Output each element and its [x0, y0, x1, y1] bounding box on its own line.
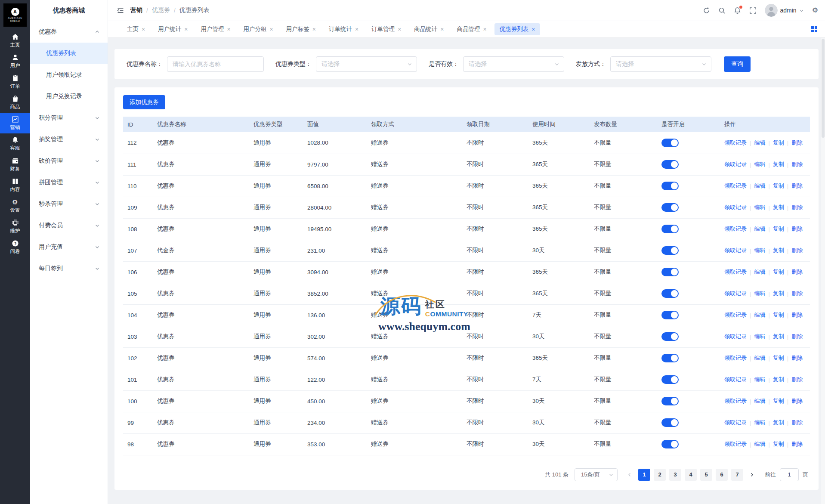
copy-link[interactable]: 复制 — [773, 268, 784, 276]
copy-link[interactable]: 复制 — [773, 225, 784, 233]
edit-link[interactable]: 编辑 — [754, 354, 765, 362]
enable-toggle[interactable] — [661, 289, 679, 298]
close-tab-icon[interactable]: × — [312, 26, 316, 33]
coupon-type-select[interactable]: 请选择 — [316, 56, 417, 72]
refresh-icon[interactable] — [703, 7, 710, 14]
issue-method-select[interactable]: 请选择 — [610, 56, 711, 72]
copy-link[interactable]: 复制 — [773, 397, 784, 405]
rail-item-maintain[interactable]: 维护 — [0, 216, 30, 237]
edit-link[interactable]: 编辑 — [754, 290, 765, 297]
edit-link[interactable]: 编辑 — [754, 225, 765, 233]
page-button-7[interactable]: 7 — [731, 469, 743, 481]
delete-link[interactable]: 删除 — [791, 333, 803, 340]
close-tab-icon[interactable]: × — [270, 26, 273, 33]
enable-toggle[interactable] — [661, 354, 679, 362]
delete-link[interactable]: 删除 — [791, 440, 803, 448]
tab-coupon-list[interactable]: 优惠券列表× — [494, 23, 541, 35]
receive-records-link[interactable]: 领取记录 — [724, 182, 747, 190]
settings-gear-icon[interactable]: ⚙ — [812, 7, 818, 14]
page-button-1[interactable]: 1 — [638, 469, 650, 481]
delete-link[interactable]: 删除 — [791, 182, 803, 190]
sidebar-item-seckill[interactable]: 秒杀管理 — [30, 193, 108, 215]
edit-link[interactable]: 编辑 — [754, 419, 765, 427]
next-page-icon[interactable] — [749, 472, 754, 477]
close-tab-icon[interactable]: × — [531, 26, 535, 33]
coupon-name-input[interactable] — [167, 56, 264, 72]
scrollbar-thumb[interactable] — [822, 39, 825, 138]
delete-link[interactable]: 删除 — [791, 354, 803, 362]
enable-toggle[interactable] — [661, 311, 679, 319]
receive-records-link[interactable]: 领取记录 — [724, 419, 747, 427]
prev-page-icon[interactable] — [627, 472, 632, 477]
copy-link[interactable]: 复制 — [773, 247, 784, 254]
delete-link[interactable]: 删除 — [791, 419, 803, 427]
user-menu[interactable]: admin — [765, 4, 804, 17]
tab-product-stats[interactable]: 商品统计× — [409, 23, 449, 35]
page-button-5[interactable]: 5 — [700, 469, 712, 481]
copy-link[interactable]: 复制 — [773, 376, 784, 383]
collapse-sidebar-icon[interactable] — [117, 6, 124, 14]
rail-item-user[interactable]: 用户 — [0, 51, 30, 71]
sidebar-item-receive-records[interactable]: 用户领取记录 — [30, 64, 108, 86]
copy-link[interactable]: 复制 — [773, 354, 784, 362]
sidebar-item-redeem-records[interactable]: 用户兑换记录 — [30, 86, 108, 107]
sidebar-item-points[interactable]: 积分管理 — [30, 107, 108, 129]
apps-grid-icon[interactable] — [811, 26, 817, 32]
tab-order-manage[interactable]: 订单管理× — [366, 23, 406, 35]
enable-toggle[interactable] — [661, 225, 679, 233]
rail-item-home[interactable]: 主页 — [0, 30, 30, 51]
delete-link[interactable]: 删除 — [791, 311, 803, 319]
receive-records-link[interactable]: 领取记录 — [724, 333, 747, 340]
copy-link[interactable]: 复制 — [773, 161, 784, 168]
rail-item-survey[interactable]: ?问卷 — [0, 237, 30, 257]
sidebar-item-daily-signin[interactable]: 每日签到 — [30, 258, 108, 279]
receive-records-link[interactable]: 领取记录 — [724, 247, 747, 254]
edit-link[interactable]: 编辑 — [754, 440, 765, 448]
delete-link[interactable]: 删除 — [791, 161, 803, 168]
edit-link[interactable]: 编辑 — [754, 247, 765, 254]
delete-link[interactable]: 删除 — [791, 247, 803, 254]
is-valid-select[interactable]: 请选择 — [463, 56, 564, 72]
tab-user-tags[interactable]: 用户标签× — [281, 23, 321, 35]
breadcrumb-item[interactable]: 优惠券 — [152, 6, 170, 14]
notifications-bell-icon[interactable] — [734, 7, 741, 14]
rail-item-content[interactable]: 内容 — [0, 175, 30, 195]
copy-link[interactable]: 复制 — [773, 290, 784, 297]
sidebar-item-lottery[interactable]: 抽奖管理 — [30, 129, 108, 150]
rail-item-order[interactable]: 订单 — [0, 71, 30, 92]
page-button-4[interactable]: 4 — [685, 469, 697, 481]
enable-toggle[interactable] — [661, 375, 679, 384]
sidebar-item-bargain[interactable]: 砍价管理 — [30, 150, 108, 172]
copy-link[interactable]: 复制 — [773, 204, 784, 211]
receive-records-link[interactable]: 领取记录 — [724, 397, 747, 405]
tab-product-manage[interactable]: 商品管理× — [452, 23, 492, 35]
page-button-3[interactable]: 3 — [669, 469, 681, 481]
breadcrumb-item[interactable]: 营销 — [130, 6, 142, 14]
edit-link[interactable]: 编辑 — [754, 376, 765, 383]
edit-link[interactable]: 编辑 — [754, 268, 765, 276]
tab-user-stats[interactable]: 用户统计× — [153, 23, 193, 35]
copy-link[interactable]: 复制 — [773, 139, 784, 147]
receive-records-link[interactable]: 领取记录 — [724, 204, 747, 211]
receive-records-link[interactable]: 领取记录 — [724, 290, 747, 297]
enable-toggle[interactable] — [661, 440, 679, 448]
copy-link[interactable]: 复制 — [773, 311, 784, 319]
enable-toggle[interactable] — [661, 203, 679, 212]
delete-link[interactable]: 删除 — [791, 376, 803, 383]
delete-link[interactable]: 删除 — [791, 204, 803, 211]
rail-item-marketing[interactable]: 营销 — [0, 113, 30, 133]
enable-toggle[interactable] — [661, 246, 679, 255]
search-icon[interactable] — [718, 7, 726, 14]
delete-link[interactable]: 删除 — [791, 139, 803, 147]
rail-item-settings[interactable]: ⚙设置 — [0, 195, 30, 216]
copy-link[interactable]: 复制 — [773, 182, 784, 190]
edit-link[interactable]: 编辑 — [754, 311, 765, 319]
rail-item-finance[interactable]: 财务 — [0, 154, 30, 175]
receive-records-link[interactable]: 领取记录 — [724, 161, 747, 168]
edit-link[interactable]: 编辑 — [754, 161, 765, 168]
close-tab-icon[interactable]: × — [398, 26, 401, 33]
fullscreen-icon[interactable] — [749, 7, 757, 14]
enable-toggle[interactable] — [661, 332, 679, 341]
enable-toggle[interactable] — [661, 418, 679, 427]
edit-link[interactable]: 编辑 — [754, 333, 765, 340]
